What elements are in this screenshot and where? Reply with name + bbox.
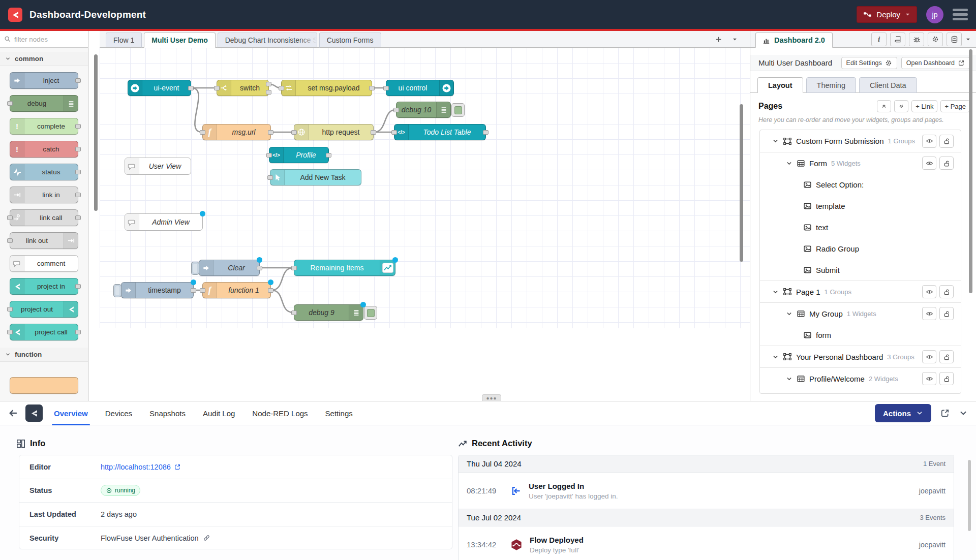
palette-node-partial[interactable]	[10, 377, 78, 394]
output-port[interactable]	[75, 78, 81, 83]
filter-nodes-input[interactable]	[14, 36, 80, 43]
node-timestamp[interactable]: timestamp	[121, 282, 194, 298]
activity-scrollbar[interactable]	[968, 460, 971, 531]
output-port[interactable]	[75, 330, 81, 334]
dashboard-tab-layout[interactable]: Layout	[757, 77, 803, 93]
palette-node-link-out[interactable]: link out	[10, 232, 78, 249]
tree-row-custom-form-submission[interactable]: Custom Form Submission1 Groups	[760, 130, 961, 152]
node-http-request[interactable]: http request	[294, 124, 374, 140]
tree-row-my-group[interactable]: My Group1 Widgets	[760, 302, 961, 324]
split-drag-handle[interactable]: ●●●	[482, 394, 501, 401]
node-user-view[interactable]: User View	[125, 158, 191, 175]
edit-settings-button[interactable]: Edit Settings	[841, 57, 897, 69]
node-ui-control[interactable]: ui control	[386, 80, 454, 96]
add-flow-icon[interactable]	[715, 36, 722, 43]
input-port[interactable]	[393, 108, 399, 112]
visibility-button[interactable]	[922, 372, 936, 385]
palette-node-project-call[interactable]: project call	[10, 324, 78, 340]
node-remaining-items[interactable]: Remaining Items	[294, 260, 395, 276]
dashboard-tab-theming[interactable]: Theming	[806, 77, 856, 93]
inject-button[interactable]	[191, 262, 199, 275]
back-arrow-icon[interactable]	[8, 408, 18, 418]
tree-row-template[interactable]: template	[760, 195, 961, 216]
palette-node-project-out[interactable]: project out	[10, 301, 78, 318]
flow-list-caret-icon[interactable]	[732, 37, 738, 42]
palette-node-status[interactable]: status	[10, 164, 78, 180]
input-port[interactable]	[291, 130, 297, 135]
tree-row-form[interactable]: Form5 Widgets	[760, 152, 961, 174]
input-port[interactable]	[7, 330, 13, 334]
inject-button[interactable]	[113, 284, 121, 297]
palette-node-link-in[interactable]: link in	[10, 186, 78, 203]
chevron-down-icon[interactable]	[786, 160, 792, 167]
tree-row-submit[interactable]: Submit	[760, 259, 961, 281]
node-function-1[interactable]: ffunction 1	[202, 282, 271, 298]
output-port[interactable]	[268, 130, 273, 135]
input-port[interactable]	[214, 86, 220, 90]
output-port[interactable]	[75, 147, 81, 151]
instance-tab-overview[interactable]: Overview	[54, 401, 88, 425]
output-port[interactable]	[257, 266, 262, 270]
chevron-down-icon[interactable]	[786, 376, 792, 382]
node-set-msg-payload[interactable]: set msg.payload	[281, 80, 372, 96]
chevron-down-icon[interactable]	[772, 138, 779, 144]
open-dashboard-button[interactable]: Open Dashboard	[901, 57, 970, 69]
canvas-scrollbar[interactable]	[740, 104, 743, 262]
node-admin-view[interactable]: Admin View	[125, 213, 203, 231]
output-port[interactable]	[483, 130, 489, 135]
dashboard-tab-client-data[interactable]: Client Data	[859, 77, 917, 93]
palette-node-comment[interactable]: comment	[10, 255, 78, 272]
tree-row-form[interactable]: form	[760, 324, 961, 346]
instance-tab-audit-log[interactable]: Audit Log	[203, 401, 235, 425]
lock-button[interactable]	[939, 307, 954, 320]
input-port[interactable]	[7, 307, 13, 312]
debug-toggle-button[interactable]	[364, 306, 377, 320]
input-port[interactable]	[200, 130, 205, 135]
debug-tab-button[interactable]	[909, 33, 924, 46]
node-todo-list-table[interactable]: </>Todo List Table	[394, 124, 486, 140]
palette-category-common[interactable]: common	[0, 52, 88, 66]
help-tab-button[interactable]	[890, 33, 905, 46]
visibility-button[interactable]	[922, 157, 936, 170]
context-tab-button[interactable]	[947, 33, 962, 46]
instance-tab-snapshots[interactable]: Snapshots	[149, 401, 186, 425]
chevron-down-icon[interactable]	[786, 310, 792, 317]
input-port[interactable]	[7, 238, 13, 243]
avatar[interactable]: jp	[926, 6, 943, 23]
node-clear[interactable]: Clear	[199, 260, 260, 276]
editor-link[interactable]: http://localhost:12086	[101, 463, 181, 471]
chevron-down-icon[interactable]	[772, 289, 779, 295]
output-port[interactable]	[369, 86, 375, 90]
input-port[interactable]	[200, 288, 205, 293]
palette-node-project-in[interactable]: project in	[10, 278, 78, 295]
main-menu-icon[interactable]	[953, 9, 968, 20]
instance-tab-devices[interactable]: Devices	[105, 401, 132, 425]
node-ui-event[interactable]: ui-event	[128, 80, 191, 96]
tree-row-page-1[interactable]: Page 11 Groups	[760, 281, 961, 302]
output-port[interactable]	[266, 90, 271, 95]
config-tab-button[interactable]	[928, 33, 943, 46]
palette-filter[interactable]	[0, 31, 88, 48]
palette-node-catch[interactable]: !catch	[10, 141, 78, 158]
visibility-button[interactable]	[922, 135, 936, 148]
palette-node-debug[interactable]: debug	[10, 95, 78, 112]
visibility-button[interactable]	[922, 307, 936, 320]
palette-category-function[interactable]: function	[0, 348, 88, 362]
input-port[interactable]	[391, 130, 397, 135]
output-port[interactable]	[75, 284, 81, 289]
sidebar-scrollbar[interactable]	[969, 49, 972, 293]
output-port[interactable]	[188, 86, 194, 90]
collapse-panel-icon[interactable]	[959, 409, 968, 418]
collapse-all-button[interactable]	[877, 100, 891, 112]
node-debug-10[interactable]: debug 10	[396, 102, 451, 118]
lock-button[interactable]	[939, 372, 954, 385]
output-port[interactable]	[191, 288, 196, 293]
sidebar-menu-caret-icon[interactable]	[965, 37, 971, 42]
add-page-button[interactable]: + Page	[940, 100, 970, 112]
palette-scrollbar[interactable]	[94, 54, 98, 211]
actions-button[interactable]: Actions	[875, 404, 931, 422]
add-link-button[interactable]: + Link	[911, 100, 937, 112]
flow-canvas[interactable]: ●●● ui-eventswitchset msg.payloadui cont…	[100, 48, 750, 401]
deploy-caret-icon[interactable]	[905, 12, 910, 17]
palette-node-complete[interactable]: !complete	[10, 118, 78, 135]
